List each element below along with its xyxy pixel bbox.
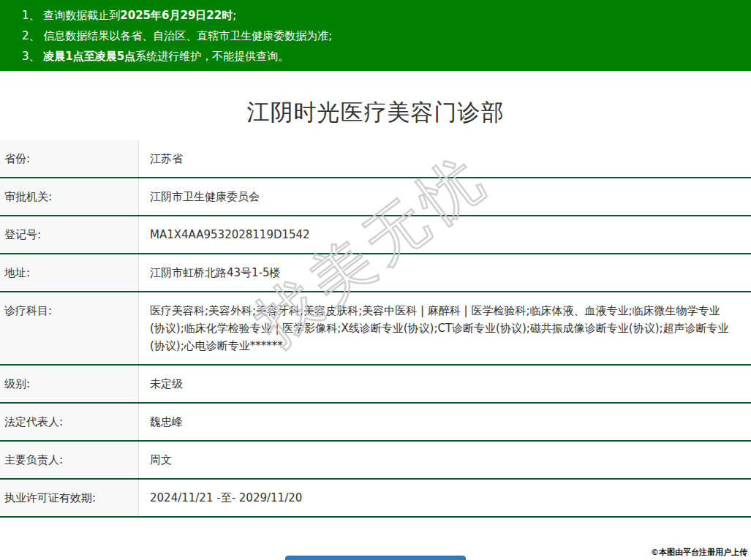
notice-segment: 凌晨1点至凌晨5点 [43, 50, 135, 63]
row-label: 省份: [0, 140, 139, 177]
row-label: 执业许可证有效期: [0, 480, 139, 516]
table-row: 法定代表人:魏忠峰 [0, 404, 751, 442]
notice-segment: 系统进行维护，不能提供查询。 [135, 50, 289, 63]
notice-segment: 1、 查询数据截止到 [22, 9, 120, 22]
table-row: 地址:江阴市虹桥北路43号1-5楼 [0, 254, 751, 292]
row-label: 地址: [0, 254, 139, 291]
row-value: MA1X4AA9532028119D1542 [139, 216, 751, 253]
notice-line: 3、 凌晨1点至凌晨5点系统进行维护，不能提供查询。 [22, 46, 736, 67]
row-value: 魏忠峰 [139, 404, 751, 440]
table-row: 诊疗科目:医疗美容科;美容外科;美容牙科;美容皮肤科;美容中医科 | 麻醉科 |… [0, 292, 751, 366]
table-row: 省份:江苏省 [0, 140, 751, 178]
table-row: 执业许可证有效期:2024/11/21 -至- 2029/11/20 [0, 480, 751, 518]
notice-segment: ; [233, 9, 236, 22]
row-value: 江阴市虹桥北路43号1-5楼 [139, 254, 751, 291]
row-label: 登记号: [0, 216, 139, 253]
table-row: 级别:未定级 [0, 366, 751, 404]
row-value: 未定级 [139, 366, 751, 402]
upload-attribution: ©本图由平台注册用户上传 [651, 547, 747, 558]
notice-segment: 2、 信息数据结果以各省、自治区、直辖市卫生健康委数据为准; [22, 29, 332, 42]
row-value: 江阴市卫生健康委员会 [139, 178, 751, 215]
row-label: 法定代表人: [0, 404, 139, 440]
notice-line: 1、 查询数据截止到2025年6月29日22时; [22, 5, 736, 26]
row-value: 医疗美容科;美容外科;美容牙科;美容皮肤科;美容中医科 | 麻醉科 | 医学检验… [139, 292, 751, 364]
page-title: 江阴时光医疗美容门诊部 [0, 97, 751, 128]
notice-bar: 1、 查询数据截止到2025年6月29日22时;2、 信息数据结果以各省、自治区… [0, 0, 751, 71]
row-label: 诊疗科目: [0, 292, 139, 364]
row-value: 2024/11/21 -至- 2029/11/20 [139, 480, 751, 516]
table-row: 审批机关:江阴市卫生健康委员会 [0, 178, 751, 216]
notice-segment: 3、 [22, 50, 43, 63]
detail-table: 省份:江苏省审批机关:江阴市卫生健康委员会登记号:MA1X4AA95320281… [0, 140, 751, 518]
table-row: 主要负责人:周文 [0, 442, 751, 480]
row-label: 主要负责人: [0, 442, 139, 478]
table-row: 登记号:MA1X4AA9532028119D1542 [0, 216, 751, 254]
row-label: 级别: [0, 366, 139, 402]
row-value: 周文 [139, 442, 751, 478]
notice-segment: 2025年6月29日22时 [120, 9, 233, 22]
row-value: 江苏省 [139, 140, 751, 177]
close-window-button[interactable]: 〖关闭窗口〗 [285, 556, 466, 560]
row-label: 审批机关: [0, 178, 139, 215]
notice-line: 2、 信息数据结果以各省、自治区、直辖市卫生健康委数据为准; [22, 26, 736, 46]
